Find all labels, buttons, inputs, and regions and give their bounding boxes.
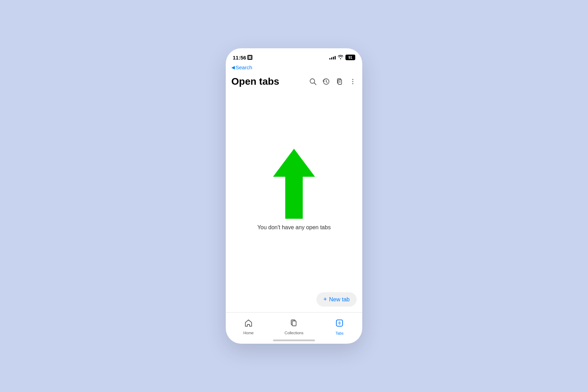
signal-icon <box>329 55 336 59</box>
select-tabs-button[interactable] <box>336 78 343 85</box>
svg-line-3 <box>314 83 316 85</box>
nav-item-tabs[interactable]: 0 Tabs <box>317 317 362 335</box>
status-time: 11:56 <box>233 55 252 61</box>
main-content: You don't have any open tabs <box>226 91 362 288</box>
wifi-icon <box>338 55 343 60</box>
bottom-nav: Home Collections 0 Tabs <box>226 312 362 337</box>
status-bar: 11:56 <box>226 48 362 64</box>
home-icon <box>244 319 253 329</box>
nav-item-collections[interactable]: Collections <box>271 317 317 335</box>
svg-point-10 <box>352 81 354 82</box>
back-nav[interactable]: ◀ Search <box>226 64 362 73</box>
back-link[interactable]: ◀ Search <box>231 64 357 70</box>
new-tab-label: New tab <box>329 296 350 303</box>
header-actions <box>309 78 357 85</box>
collections-icon <box>290 319 298 329</box>
new-tab-container: + New tab <box>226 288 362 312</box>
home-label: Home <box>243 331 253 335</box>
empty-state: You don't have any open tabs <box>257 149 331 231</box>
back-chevron-icon: ◀ <box>231 65 235 70</box>
svg-rect-14 <box>292 321 296 326</box>
status-icon <box>247 55 252 60</box>
search-button[interactable] <box>309 78 317 85</box>
phone-frame: 11:56 <box>226 48 362 344</box>
history-button[interactable] <box>322 78 330 85</box>
tabs-label: Tabs <box>335 331 343 335</box>
time-display: 11:56 <box>233 55 246 61</box>
home-indicator-bar <box>273 340 315 341</box>
svg-marker-12 <box>273 149 315 219</box>
new-tab-button[interactable]: + New tab <box>316 292 357 307</box>
empty-state-message: You don't have any open tabs <box>257 224 331 231</box>
page-title: Open tabs <box>231 76 279 87</box>
collections-label: Collections <box>285 331 303 335</box>
svg-point-9 <box>352 79 354 80</box>
plus-icon: + <box>323 296 327 303</box>
tabs-icon: 0 <box>335 318 344 330</box>
nav-item-home[interactable]: Home <box>226 317 271 335</box>
page-header: Open tabs <box>226 73 362 91</box>
more-button[interactable] <box>349 78 357 85</box>
svg-text:0: 0 <box>338 321 341 325</box>
back-label: Search <box>236 64 252 70</box>
home-indicator <box>226 337 362 344</box>
svg-point-11 <box>352 83 354 84</box>
status-right-icons: 91 <box>329 55 355 60</box>
arrow-up-icon <box>273 149 315 219</box>
battery-icon: 91 <box>345 55 355 60</box>
